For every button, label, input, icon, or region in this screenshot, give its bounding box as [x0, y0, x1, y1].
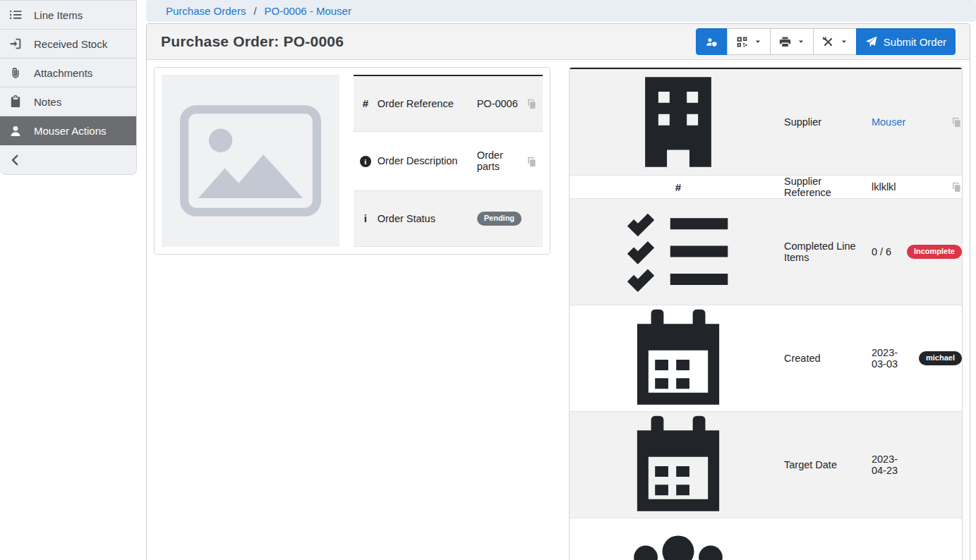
- detail-row-label-cell: Supplier: [784, 68, 872, 176]
- detail-row-label-cell: Completed Line Items: [784, 199, 872, 305]
- detail-row-value-cell: 2023-03-03: [872, 305, 907, 412]
- detail-row-value-cell: lklklkl: [872, 176, 907, 199]
- detail-row-value-cell: 0 / 6: [872, 199, 907, 305]
- copy-icon[interactable]: [951, 117, 962, 128]
- detail-row-icon-cell: i: [354, 131, 378, 190]
- detail-row-right-cell: michael: [907, 305, 962, 412]
- breadcrumb-link-purchase-orders[interactable]: Purchase Orders: [166, 5, 246, 17]
- detail-row-value-cell: 2023-04-23: [872, 412, 907, 518]
- detail-label: Order Description: [378, 155, 458, 166]
- info-icon: i: [364, 212, 367, 224]
- detail-row-label-cell: Order Reference: [378, 75, 477, 131]
- detail-row-right-cell: [907, 518, 962, 560]
- hash-icon: #: [675, 181, 681, 193]
- detail-row-order-reference: #Order ReferencePO-0006: [354, 75, 543, 131]
- clipboard-icon: [9, 95, 22, 108]
- detail-row-right-cell: [907, 412, 962, 518]
- breadcrumb-separator: /: [253, 5, 256, 17]
- main-content: Purchase Orders/PO-0006 - Mouser Purchas…: [146, 0, 976, 560]
- calendar-icon: [572, 305, 784, 411]
- sidebar-item-mouser-actions[interactable]: Mouser Actions: [0, 116, 136, 145]
- purchase-order-panel-body: #Order ReferencePO-0006iOrder Descriptio…: [147, 60, 970, 560]
- caret-down-icon: [754, 38, 761, 45]
- sidebar-item-label: Notes: [34, 96, 61, 108]
- tools-icon: [822, 36, 834, 48]
- detail-row-responsible: Responsiblemichael (user): [570, 518, 962, 560]
- detail-value: 2023-03-03: [872, 347, 898, 370]
- detail-row-label-cell: Order Status: [378, 190, 477, 246]
- user-icon: [9, 125, 22, 138]
- calendar-icon: [572, 412, 784, 518]
- supplier-details-table: SupplierMouser#Supplier Referencelklklkl…: [570, 68, 962, 560]
- caret-down-icon: [841, 38, 848, 45]
- order-actions-button[interactable]: [813, 28, 857, 55]
- detail-label: Created: [784, 353, 821, 364]
- detail-row-icon-cell: #: [354, 75, 378, 131]
- print-actions-button[interactable]: [770, 28, 814, 55]
- submit-order-button[interactable]: Submit Order: [856, 28, 956, 55]
- detail-row-value-cell: michael (user): [872, 518, 907, 560]
- users-icon: [572, 518, 784, 560]
- detail-value: PO-0006: [477, 98, 518, 109]
- sidebar-item-received-stock[interactable]: Received Stock: [0, 30, 136, 59]
- detail-row-supplier: SupplierMouser: [570, 68, 962, 176]
- sign-in-icon: [9, 37, 22, 50]
- page-title: Purchase Order: PO-0006: [161, 33, 344, 50]
- admin-view-button[interactable]: [696, 28, 728, 55]
- status-badge: Pending: [477, 212, 522, 226]
- detail-label: Target Date: [784, 459, 837, 470]
- purchase-order-panel: Purchase Order: PO-0006 Submit Order #Or…: [146, 23, 970, 560]
- copy-icon[interactable]: [526, 99, 537, 109]
- detail-label: Order Status: [378, 213, 435, 224]
- detail-row-icon-cell: [570, 305, 784, 412]
- image-placeholder-icon: [180, 105, 321, 217]
- sidebar-collapse-button[interactable]: [0, 145, 136, 174]
- detail-row-right-cell: [907, 176, 962, 199]
- detail-row-icon-cell: [570, 68, 784, 176]
- supplier-details-card: SupplierMouser#Supplier Referencelklklkl…: [569, 67, 963, 560]
- detail-row-target-date: Target Date2023-04-23: [570, 412, 962, 518]
- detail-row-order-description: iOrder DescriptionOrder parts: [354, 131, 543, 190]
- barcode-actions-button[interactable]: [727, 28, 771, 55]
- detail-row-value-cell: Mouser: [872, 68, 907, 176]
- detail-row-icon-cell: [570, 518, 784, 560]
- user-shield-icon: [706, 36, 718, 48]
- sidebar-item-line-items[interactable]: Line Items: [0, 1, 136, 30]
- detail-row-supplier-reference: #Supplier Referencelklklkl: [570, 176, 962, 199]
- detail-label: Order Reference: [378, 98, 454, 109]
- info-circle-icon: i: [360, 156, 371, 167]
- status-badge: Incomplete: [907, 245, 962, 259]
- building-icon: [572, 69, 784, 175]
- button-label: Submit Order: [884, 36, 946, 48]
- detail-value: lklklkl: [872, 181, 896, 193]
- detail-label: Supplier: [784, 116, 821, 128]
- sidebar-item-label: Received Stock: [34, 38, 107, 50]
- breadcrumb-link-po-0006-mouser[interactable]: PO-0006 - Mouser: [265, 5, 351, 17]
- caret-down-icon: [797, 38, 805, 45]
- qrcode-icon: [736, 36, 748, 48]
- detail-row-label-cell: Responsible: [784, 518, 872, 560]
- tasks-icon: [572, 199, 784, 305]
- detail-row-icon-cell: [570, 199, 784, 305]
- hash-icon: #: [363, 97, 368, 109]
- toolbar: Submit Order: [697, 28, 956, 55]
- detail-row-right-cell: [522, 190, 543, 246]
- sidebar-item-notes[interactable]: Notes: [0, 87, 136, 116]
- detail-row-label-cell: Created: [784, 305, 872, 412]
- copy-icon[interactable]: [951, 182, 962, 193]
- detail-row-value-cell: Order parts: [477, 131, 522, 190]
- order-summary-card: #Order ReferencePO-0006iOrder Descriptio…: [154, 67, 550, 255]
- supplier-link[interactable]: Mouser: [872, 116, 905, 128]
- detail-row-icon-cell: i: [354, 190, 378, 246]
- copy-icon[interactable]: [526, 157, 537, 167]
- sidebar-item-label: Line Items: [34, 9, 83, 21]
- detail-row-label-cell: Target Date: [784, 412, 872, 518]
- detail-label: Supplier Reference: [784, 176, 831, 198]
- detail-row-right-cell: Incomplete: [907, 199, 962, 305]
- printer-icon: [779, 36, 791, 48]
- detail-value: 0 / 6: [872, 246, 891, 257]
- sidebar-item-attachments[interactable]: Attachments: [0, 59, 136, 87]
- sidebar-menu: Line ItemsReceived StockAttachmentsNotes…: [0, 1, 136, 145]
- paper-plane-icon: [865, 36, 877, 48]
- sidebar-item-label: Mouser Actions: [34, 125, 107, 137]
